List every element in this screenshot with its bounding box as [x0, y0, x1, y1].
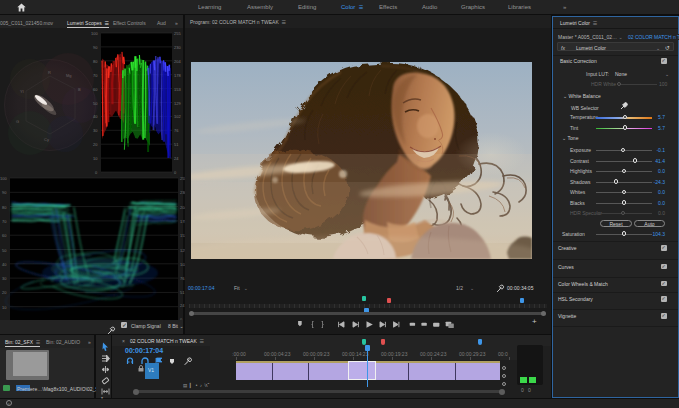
svg-text:100: 100	[91, 31, 98, 36]
svg-text:20: 20	[2, 290, 7, 295]
svg-text:70: 70	[93, 73, 98, 78]
svg-text:51: 51	[174, 142, 179, 147]
svg-text:Mg: Mg	[66, 73, 72, 78]
svg-text:0: 0	[174, 170, 177, 175]
svg-text:70: 70	[2, 219, 7, 224]
svg-text:60: 60	[93, 87, 98, 92]
svg-text:30: 30	[93, 128, 98, 133]
svg-text:90: 90	[93, 45, 98, 50]
svg-text:{: {	[312, 320, 314, 328]
svg-text:60: 60	[2, 233, 7, 238]
svg-text:20: 20	[93, 142, 98, 147]
svg-text:24: 24	[174, 156, 179, 161]
svg-text:204: 204	[174, 59, 181, 64]
svg-text:10: 10	[2, 305, 7, 310]
svg-text:76: 76	[174, 128, 179, 133]
svg-text:30: 30	[2, 276, 7, 281]
svg-text:153: 153	[174, 87, 181, 92]
svg-text:40: 40	[2, 262, 7, 267]
svg-text:B: B	[78, 87, 81, 92]
svg-text:129: 129	[174, 101, 181, 106]
svg-text:255: 255	[174, 31, 181, 36]
svg-text:}: }	[322, 320, 324, 328]
svg-text:50: 50	[93, 101, 98, 106]
svg-text:R: R	[48, 70, 51, 75]
svg-text:178: 178	[174, 73, 181, 78]
svg-text:Yl: Yl	[20, 89, 24, 94]
svg-text:230: 230	[174, 45, 181, 50]
svg-text:80: 80	[2, 205, 7, 210]
svg-text:80: 80	[93, 59, 98, 64]
svg-text:40: 40	[93, 114, 98, 119]
svg-text:Cy: Cy	[44, 137, 49, 142]
svg-text:G: G	[16, 119, 19, 124]
svg-text:100: 100	[0, 176, 7, 181]
svg-text:10: 10	[93, 156, 98, 161]
svg-text:50: 50	[2, 248, 7, 253]
svg-text:90: 90	[2, 190, 7, 195]
svg-text:0: 0	[95, 170, 98, 175]
svg-text:102: 102	[174, 114, 181, 119]
